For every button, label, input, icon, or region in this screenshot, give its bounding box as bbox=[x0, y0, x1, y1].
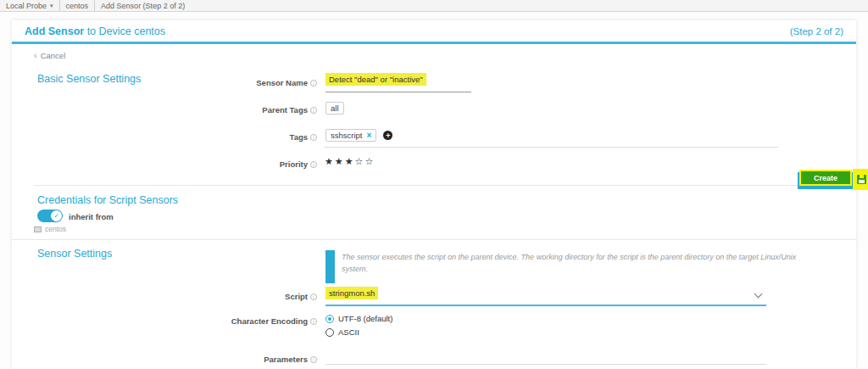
radio-ascii-label: ASCII bbox=[338, 327, 359, 337]
inherit-source: centos bbox=[34, 225, 66, 233]
toggle-check-icon: ✓ bbox=[51, 210, 62, 221]
prtg-add-sensor-page: Local Probe ▾ centos Add Sensor (Step 2 … bbox=[0, 0, 868, 369]
card-header: Add Sensor to Device centos (Step 2 of 2… bbox=[12, 20, 856, 44]
page-title-bold: Add Sensor bbox=[25, 25, 84, 37]
inherit-from-label: inherit from bbox=[69, 212, 114, 221]
parameters-label: Parametersi bbox=[139, 355, 317, 364]
add-tag-icon[interactable]: + bbox=[383, 131, 392, 140]
page-title-rest: to Device centos bbox=[84, 25, 165, 37]
section-basic-sensor-settings: Basic Sensor Settings bbox=[37, 73, 141, 85]
add-sensor-card: Add Sensor to Device centos (Step 2 of 2… bbox=[12, 20, 856, 369]
breadcrumb-device[interactable]: centos bbox=[60, 0, 96, 11]
info-icon[interactable]: i bbox=[310, 318, 317, 325]
sensor-name-input[interactable]: Detect "dead" or "inactive" bbox=[326, 75, 426, 84]
tag-value: sshscript bbox=[331, 131, 362, 140]
radio-utf8[interactable]: UTF-8 (default) bbox=[326, 314, 392, 323]
remove-tag-icon[interactable]: × bbox=[366, 131, 371, 140]
parent-tags-label: Parent Tagsi bbox=[139, 105, 317, 115]
inherit-source-device: centos bbox=[45, 225, 66, 233]
priority-label: Priorityi bbox=[139, 159, 317, 169]
save-icon bbox=[857, 175, 866, 184]
cancel-label: Cancel bbox=[41, 51, 66, 60]
script-label: Scripti bbox=[139, 292, 317, 301]
cancel-button[interactable]: ‹ Cancel bbox=[34, 50, 65, 60]
script-value: stringmon.sh bbox=[326, 287, 378, 299]
tags-input-underline[interactable] bbox=[324, 147, 778, 148]
radio-utf8-label: UTF-8 (default) bbox=[338, 314, 392, 323]
page-title: Add Sensor to Device centos bbox=[25, 25, 165, 37]
sensor-name-value: Detect "dead" or "inactive" bbox=[326, 73, 426, 86]
parent-tag-item: all bbox=[326, 102, 344, 115]
breadcrumb-probe[interactable]: Local Probe ▾ bbox=[0, 0, 60, 11]
chevron-down-icon[interactable] bbox=[754, 290, 763, 299]
tags-field[interactable]: sshscript × + bbox=[326, 129, 392, 142]
step-indicator: (Step 2 of 2) bbox=[790, 26, 843, 36]
inherit-toggle[interactable]: ✓ bbox=[37, 210, 63, 222]
breadcrumb-page-label: Add Sensor (Step 2 of 2) bbox=[101, 2, 185, 10]
script-select[interactable]: stringmon.sh bbox=[326, 288, 378, 298]
info-icon[interactable]: i bbox=[310, 80, 317, 87]
radio-selected-icon bbox=[326, 315, 334, 323]
parent-tag-value: all bbox=[331, 103, 339, 113]
section-divider bbox=[12, 239, 856, 240]
tags-label: Tagsi bbox=[139, 132, 317, 142]
breadcrumb-device-label: centos bbox=[66, 2, 89, 10]
breadcrumb-probe-label: Local Probe bbox=[6, 2, 47, 10]
info-accent-bar bbox=[326, 250, 335, 283]
sensor-name-label: Sensor Namei bbox=[139, 78, 317, 87]
tag-item: sshscript × bbox=[326, 129, 376, 142]
parameters-input[interactable] bbox=[326, 364, 766, 365]
breadcrumb-current-page: Add Sensor (Step 2 of 2) bbox=[95, 0, 191, 11]
breadcrumb: Local Probe ▾ centos Add Sensor (Step 2 … bbox=[0, 0, 868, 12]
info-icon[interactable]: i bbox=[310, 356, 317, 363]
sensor-name-input-underline[interactable] bbox=[326, 92, 471, 92]
section-credentials: Credentials for Script Sensors bbox=[37, 194, 178, 206]
character-encoding-label: Character Encodingi bbox=[139, 316, 317, 326]
parent-tags-field: all bbox=[326, 102, 344, 115]
save-button[interactable] bbox=[853, 169, 868, 190]
info-icon[interactable]: i bbox=[310, 294, 317, 300]
info-icon[interactable]: i bbox=[310, 107, 317, 114]
script-select-underline[interactable] bbox=[326, 305, 766, 306]
priority-stars[interactable]: ★★★☆☆ bbox=[325, 156, 375, 167]
info-icon[interactable]: i bbox=[310, 134, 317, 141]
chevron-down-icon: ▾ bbox=[50, 3, 53, 9]
section-sensor-settings: Sensor Settings bbox=[37, 248, 112, 260]
create-button[interactable]: Create bbox=[799, 170, 852, 186]
device-icon bbox=[34, 226, 42, 232]
info-icon[interactable]: i bbox=[310, 161, 317, 168]
radio-ascii[interactable]: ASCII bbox=[326, 327, 359, 337]
back-arrow-icon: ‹ bbox=[34, 50, 37, 60]
radio-unselected-icon bbox=[326, 328, 334, 337]
create-button-label: Create bbox=[814, 174, 837, 182]
section-divider bbox=[34, 185, 812, 186]
sensor-info-text: The sensor executes the script on the pa… bbox=[342, 252, 806, 276]
